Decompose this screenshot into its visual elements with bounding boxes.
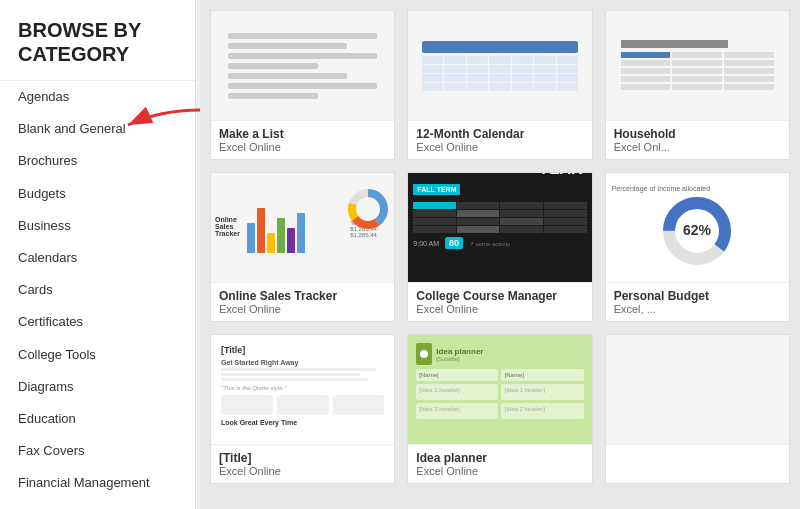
template-card-household[interactable]: Household Excel Onl... [605,10,790,160]
sidebar-item-brochures[interactable]: Brochures [0,145,195,177]
sidebar-item-flyers[interactable]: Flyers [0,499,195,509]
template-card-partial[interactable] [605,334,790,484]
template-card-12-month-calendar[interactable]: 12-Month Calendar Excel Online [407,10,592,160]
template-thumb-resume: [Title] Get Started Right Away "This is … [211,335,394,445]
template-card-make-a-list[interactable]: Make a List Excel Online [210,10,395,160]
template-thumb-sales: Online Sales Tracker [211,173,394,283]
template-info-idea-planner: Idea planner Excel Online [408,445,591,483]
template-info-12-month-calendar: 12-Month Calendar Excel Online [408,121,591,159]
template-source: Excel Online [416,465,583,477]
template-source: Excel Online [219,465,386,477]
template-source: Excel, ... [614,303,781,315]
template-title: Make a List [219,127,386,141]
template-source: Excel Online [416,141,583,153]
template-source: Excel Onl... [614,141,781,153]
sidebar-item-calendars[interactable]: Calendars [0,242,195,274]
sidebar-item-blank-general[interactable]: Blank and General [0,113,195,145]
template-source: Excel Online [219,303,386,315]
template-grid: Make a List Excel Online [210,10,790,484]
template-info-household: Household Excel Onl... [606,121,789,159]
template-thumb-calendar [408,11,591,121]
sidebar-item-certificates[interactable]: Certificates [0,306,195,338]
template-title: Idea planner [416,451,583,465]
template-info-partial [606,445,789,457]
template-title: [Title] [219,451,386,465]
sidebar-item-financial-management[interactable]: Financial Management [0,467,195,499]
template-thumb-personal: Percentage of Income allocated 62% [606,173,789,283]
template-info-personal-budget: Personal Budget Excel, ... [606,283,789,321]
template-info-title-resume: [Title] Excel Online [211,445,394,483]
template-title: Online Sales Tracker [219,289,386,303]
template-title: College Course Manager [416,289,583,303]
template-grid-area: Make a List Excel Online [200,0,800,509]
template-thumb-household [606,11,789,121]
sidebar-item-cards[interactable]: Cards [0,274,195,306]
sidebar-item-college-tools[interactable]: College Tools [0,339,195,371]
template-title: Personal Budget [614,289,781,303]
sidebar-item-budgets[interactable]: Budgets [0,178,195,210]
sidebar-heading: BROWSE BY CATEGORY [0,0,195,81]
template-card-personal-budget[interactable]: Percentage of Income allocated 62% Perso… [605,172,790,322]
template-card-online-sales-tracker[interactable]: Online Sales Tracker [210,172,395,322]
sidebar-item-business[interactable]: Business [0,210,195,242]
template-source: Excel Online [416,303,583,315]
template-title: 12-Month Calendar [416,127,583,141]
template-thumb-college: FALL TERM YEAR [408,173,591,283]
template-info-make-a-list: Make a List Excel Online [211,121,394,159]
svg-text:62%: 62% [683,222,712,238]
template-card-idea-planner[interactable]: Idea planner [Subtitle] [Name] [Name] [I… [407,334,592,484]
sidebar-item-agendas[interactable]: Agendas [0,81,195,113]
template-card-title-resume[interactable]: [Title] Get Started Right Away "This is … [210,334,395,484]
template-title: Household [614,127,781,141]
template-thumb-partial [606,335,789,445]
template-thumb-idea: Idea planner [Subtitle] [Name] [Name] [I… [408,335,591,445]
sidebar-item-education[interactable]: Education [0,403,195,435]
template-info-college-course-manager: College Course Manager Excel Online [408,283,591,321]
sidebar-item-diagrams[interactable]: Diagrams [0,371,195,403]
template-card-college-course-manager[interactable]: FALL TERM YEAR [407,172,592,322]
template-thumb-make-a-list [211,11,394,121]
template-info-online-sales-tracker: Online Sales Tracker Excel Online [211,283,394,321]
sidebar-item-fax-covers[interactable]: Fax Covers [0,435,195,467]
category-sidebar: BROWSE BY CATEGORY Agendas Blank and Gen… [0,0,196,509]
template-source: Excel Online [219,141,386,153]
